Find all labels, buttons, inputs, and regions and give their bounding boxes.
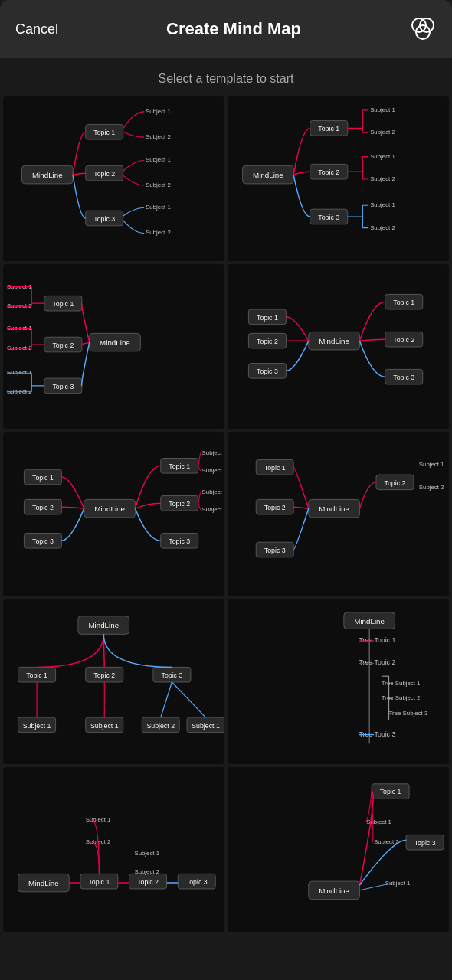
svg-text:Topic 3: Topic 3 [32, 537, 54, 545]
svg-text:Topic 2: Topic 2 [32, 504, 54, 511]
template-card-6[interactable]: MindLine Topic 1 Topic 2 Topic 3 Topic 2… [228, 432, 449, 596]
svg-text:MindLine: MindLine [88, 621, 119, 629]
svg-text:Topic 1: Topic 1 [88, 878, 110, 886]
svg-text:Topic 2: Topic 2 [257, 338, 278, 345]
svg-text:Topic 2: Topic 2 [93, 170, 115, 178]
svg-text:Topic 3: Topic 3 [257, 368, 278, 375]
svg-text:Subject 2: Subject 2 [370, 175, 395, 182]
svg-text:Subject 2: Subject 2 [146, 722, 175, 730]
svg-text:Topic 1: Topic 1 [380, 788, 401, 795]
svg-text:Topic 2: Topic 2 [52, 341, 74, 349]
svg-text:Subject 1: Subject 1 [146, 156, 171, 163]
circles-icon [409, 15, 437, 43]
svg-text:Subject 2: Subject 2 [146, 181, 171, 188]
svg-text:Subject 1: Subject 1 [23, 722, 51, 730]
svg-text:Topic 1: Topic 1 [52, 300, 74, 308]
svg-text:Topic 3: Topic 3 [169, 537, 190, 545]
template-subtitle: Select a template to start [0, 58, 452, 93]
page-title: Create Mind Map [166, 19, 301, 39]
svg-text:Topic 3: Topic 3 [93, 215, 115, 223]
svg-text:Subject 1: Subject 1 [370, 106, 395, 113]
svg-text:MindLine: MindLine [100, 338, 130, 347]
svg-text:Tree Topic 1: Tree Topic 1 [359, 636, 395, 644]
svg-text:Subject 1: Subject 1 [370, 201, 395, 208]
svg-text:Topic 3: Topic 3 [414, 839, 436, 847]
svg-text:Subject 1: Subject 1 [419, 461, 444, 468]
template-card-3[interactable]: MindLine Topic 1 Topic 2 Topic 3 Subject… [3, 264, 224, 429]
svg-text:Subject 2: Subject 2 [146, 229, 171, 236]
svg-text:Topic 3: Topic 3 [264, 547, 286, 554]
svg-text:Subject 1: Subject 1 [385, 880, 411, 887]
svg-text:MindLine: MindLine [32, 171, 63, 179]
svg-text:Topic 2: Topic 2 [264, 504, 286, 511]
svg-text:Topic 3: Topic 3 [318, 214, 339, 221]
svg-text:Topic 2: Topic 2 [137, 878, 159, 886]
svg-text:Subject 1: Subject 1 [202, 449, 224, 456]
svg-text:Tree Topic 3: Tree Topic 3 [359, 730, 395, 738]
svg-text:Topic 1: Topic 1 [26, 671, 47, 679]
svg-text:Topic 1: Topic 1 [393, 299, 414, 306]
svg-text:MindLine: MindLine [253, 171, 283, 179]
svg-text:Subject 2: Subject 2 [202, 506, 224, 513]
svg-text:MindLine: MindLine [319, 337, 349, 345]
svg-text:Subject 2: Subject 2 [419, 484, 444, 491]
svg-text:Topic 3: Topic 3 [393, 374, 414, 381]
svg-text:Topic 3: Topic 3 [52, 383, 74, 390]
app-header: Cancel Create Mind Map [0, 0, 452, 58]
svg-text:Subject 2: Subject 2 [370, 224, 395, 231]
svg-text:Topic 2: Topic 2 [393, 336, 414, 344]
svg-text:MindLine: MindLine [28, 879, 59, 887]
svg-text:Subject 1: Subject 1 [146, 204, 171, 211]
svg-text:Subject 1: Subject 1 [370, 153, 395, 160]
template-card-4[interactable]: MindLine Topic 1 Topic 2 Topic 3 Topic 1… [228, 264, 449, 429]
svg-text:Subject 1: Subject 1 [90, 722, 119, 730]
svg-text:Subject 2: Subject 2 [134, 868, 159, 875]
svg-text:Tree Subject 3: Tree Subject 3 [389, 710, 428, 717]
svg-line-101 [198, 453, 201, 466]
svg-text:Topic 1: Topic 1 [169, 462, 190, 470]
svg-text:Subject 2: Subject 2 [146, 133, 171, 140]
svg-text:MindLine: MindLine [354, 617, 385, 626]
template-card-5[interactable]: MindLine Topic 1 Topic 2 Topic 3 Topic 1… [3, 432, 224, 596]
template-card-2[interactable]: MindLine Topic 1 Topic 2 Topic 3 Subject… [228, 96, 449, 261]
template-card-7[interactable]: MindLine Topic 1 Topic 2 Topic 3 Subject… [3, 599, 224, 764]
svg-text:Topic 1: Topic 1 [264, 464, 286, 472]
svg-text:Subject 1: Subject 1 [192, 722, 220, 730]
svg-text:Tree Topic 2: Tree Topic 2 [359, 658, 395, 666]
svg-text:Subject 1: Subject 1 [86, 816, 111, 823]
svg-text:Subject 1: Subject 1 [146, 108, 171, 115]
svg-text:Tree Subject 1: Tree Subject 1 [382, 680, 421, 687]
template-card-1[interactable]: MindLine Topic 1 Topic 2 Topic 3 Subject… [3, 96, 224, 261]
svg-text:Topic 2: Topic 2 [169, 500, 190, 508]
svg-text:Subject 2: Subject 2 [370, 129, 395, 136]
svg-text:Topic 1: Topic 1 [93, 129, 115, 136]
svg-text:Topic 1: Topic 1 [32, 474, 54, 482]
svg-text:Topic 1: Topic 1 [257, 314, 278, 322]
svg-text:MindLine: MindLine [319, 505, 349, 513]
svg-text:MindLine: MindLine [94, 505, 125, 513]
template-card-10[interactable]: MindLine Topic 1 Topic 3 Subject 1 Subje… [228, 767, 449, 932]
svg-text:Tree Subject 2: Tree Subject 2 [382, 695, 421, 702]
svg-text:Subject 1: Subject 1 [134, 850, 159, 857]
svg-text:Topic 2: Topic 2 [318, 168, 339, 176]
template-card-8[interactable]: MindLine Tree Topic 1 Tree Topic 2 Tree … [228, 599, 449, 764]
template-grid: MindLine Topic 1 Topic 2 Topic 3 Subject… [0, 93, 452, 935]
svg-text:Topic 3: Topic 3 [186, 878, 208, 886]
svg-text:Topic 2: Topic 2 [385, 479, 406, 487]
svg-text:Topic 2: Topic 2 [93, 671, 115, 679]
svg-text:Topic 1: Topic 1 [318, 125, 339, 132]
cancel-button[interactable]: Cancel [15, 21, 58, 38]
svg-text:Subject 2: Subject 2 [202, 467, 224, 474]
svg-text:Subject 1: Subject 1 [202, 488, 224, 495]
template-card-9[interactable]: MindLine Topic 1 Topic 2 Topic 3 Subject… [3, 767, 224, 932]
svg-text:Topic 3: Topic 3 [161, 671, 182, 679]
svg-text:MindLine: MindLine [319, 887, 349, 895]
